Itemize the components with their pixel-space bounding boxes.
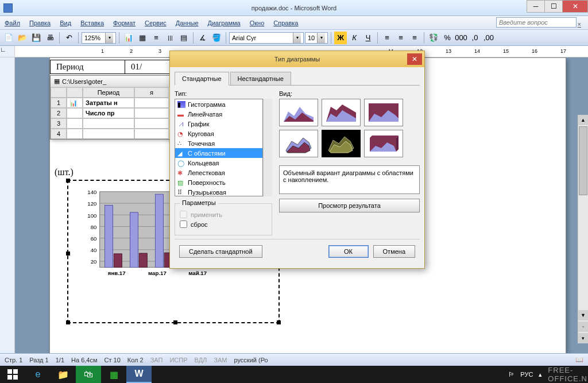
app-icon [3, 3, 13, 13]
tray-up-icon[interactable]: ▴ [539, 371, 542, 378]
taskbar-sheets-icon[interactable]: ▦ [101, 366, 126, 383]
comma-icon[interactable]: 000 [455, 32, 467, 44]
set-default-button[interactable]: Сделать стандартной [179, 245, 262, 258]
font-combo[interactable]: Arial Cyr▾ [229, 32, 304, 44]
menu-bar: Файл Правка Вид Вставка Формат Сервис Да… [0, 16, 588, 30]
align-center-icon[interactable]: ≡ [394, 32, 407, 44]
chart-type-list[interactable]: ▮Гистограмма ▬Линейчатая ⩘График ◔Кругов… [175, 99, 263, 196]
menu-edit[interactable]: Правка [25, 18, 55, 28]
tray-flag-icon[interactable]: 🏳 [508, 371, 514, 378]
params-legend: Параметры [180, 199, 218, 206]
currency-icon[interactable]: 💱 [427, 32, 440, 44]
tray-lang[interactable]: РУС [520, 371, 533, 378]
menu-view[interactable]: Вид [55, 18, 76, 28]
taskbar-word-icon[interactable]: W [126, 366, 152, 383]
subtype-item[interactable] [364, 99, 403, 126]
zoom-combo[interactable]: 125%▾ [82, 32, 116, 44]
bold-button[interactable]: Ж [334, 32, 347, 44]
type-item-selected: ◢С областями [175, 148, 262, 158]
subtype-grid [279, 99, 420, 157]
tab-custom[interactable]: Нестандартные [230, 72, 291, 86]
dec-decimal-icon[interactable]: ,00 [482, 32, 495, 44]
align-right-icon[interactable]: ≡ [408, 32, 421, 44]
close-help-icon[interactable]: × [573, 19, 586, 29]
menu-file[interactable]: Файл [0, 18, 25, 28]
new-doc-icon[interactable]: 📄 [2, 32, 15, 44]
view-label: Вид: [279, 90, 420, 97]
vertical-ruler[interactable] [0, 57, 15, 356]
scroll-thumb[interactable] [579, 126, 587, 195]
status-ovr[interactable]: ЗАМ [214, 357, 227, 363]
status-lang[interactable]: русский (Ро [234, 357, 268, 363]
chart-type-dialog: Тип диаграммы ✕ Стандартные Нестандартны… [169, 51, 425, 269]
type-item: ▬Линейчатая [175, 109, 262, 119]
preview-button[interactable]: Просмотр результата [279, 199, 420, 212]
menu-help[interactable]: Справка [269, 18, 303, 28]
undo-icon[interactable]: ↶ [63, 32, 75, 44]
period-label: Период [51, 60, 125, 74]
italic-button[interactable]: К [348, 32, 361, 44]
cancel-button[interactable]: Отмена [373, 245, 415, 258]
inc-decimal-icon[interactable]: ,0 [469, 32, 481, 44]
menu-chart[interactable]: Диаграмма [203, 18, 245, 28]
subtype-item[interactable] [322, 99, 361, 126]
scroll-down-icon[interactable]: ▼ [578, 310, 588, 320]
svg-rect-44 [7, 375, 12, 380]
type-item: ⩘График [175, 119, 262, 129]
subtype-item-selected[interactable] [322, 130, 361, 157]
font-size-combo[interactable]: 10▾ [305, 32, 328, 44]
next-page-icon[interactable]: ▾ [578, 333, 588, 343]
save-icon[interactable]: 💾 [30, 32, 42, 44]
standard-toolbar: 📄 📂 💾 🖶 ↶ 125%▾ 📊 ▦ ≡ ⫼ ▤ ∡ 🪣 Arial Cyr▾… [0, 30, 588, 46]
dialog-titlebar[interactable]: Тип диаграммы ✕ [170, 51, 424, 67]
help-search-input[interactable] [496, 17, 577, 28]
align-left-icon[interactable]: ≡ [381, 32, 393, 44]
percent-icon[interactable]: % [441, 32, 454, 44]
status-ext[interactable]: ВДЛ [195, 357, 207, 363]
status-book-icon[interactable]: 📖 [575, 356, 583, 363]
unit-label: (шт.) [55, 167, 74, 177]
by-col-icon[interactable]: ⫼ [164, 32, 176, 44]
subtype-item[interactable] [364, 130, 403, 157]
svg-marker-38 [370, 136, 399, 138]
svg-text:120: 120 [87, 200, 96, 207]
angle-icon[interactable]: ∡ [196, 32, 209, 44]
subtype-item[interactable] [279, 130, 318, 157]
taskbar-store-icon[interactable]: 🛍 [76, 366, 101, 383]
menu-insert[interactable]: Вставка [76, 18, 109, 28]
scroll-up-icon[interactable]: ▲ [578, 115, 588, 125]
print-icon[interactable]: 🖶 [44, 32, 56, 44]
start-button[interactable] [0, 366, 25, 383]
system-tray[interactable]: 🏳 РУС ▴ FREE-OFFICE.NET 13:23 30.08.2017 [559, 366, 585, 383]
table-icon[interactable]: ▤ [177, 32, 190, 44]
taskbar-ie-icon[interactable]: e [25, 366, 51, 383]
status-rec[interactable]: ЗАП [150, 357, 163, 363]
by-row-icon[interactable]: ≡ [150, 32, 163, 44]
underline-button[interactable]: Ч [362, 32, 374, 44]
chart-type-icon[interactable]: 📊 [122, 32, 135, 44]
svg-rect-15 [114, 254, 122, 268]
subtype-item[interactable] [279, 99, 318, 126]
prev-page-icon[interactable]: ◦ [578, 322, 588, 332]
taskbar-explorer-icon[interactable]: 📁 [51, 366, 76, 383]
menu-tools[interactable]: Сервис [140, 18, 171, 28]
menu-data[interactable]: Данные [171, 18, 203, 28]
menu-window[interactable]: Окно [245, 18, 269, 28]
dialog-tabs: Стандартные Нестандартные [175, 72, 420, 86]
tab-standard[interactable]: Стандартные [175, 72, 229, 86]
reset-checkbox[interactable] [180, 220, 187, 228]
ok-button[interactable]: ОК [328, 245, 369, 258]
maximize-button[interactable]: ☐ [544, 0, 563, 13]
svg-text:100: 100 [87, 212, 96, 219]
fill-icon[interactable]: 🪣 [210, 32, 223, 44]
type-list-scrollbar[interactable] [263, 99, 272, 196]
data-table-icon[interactable]: ▦ [136, 32, 149, 44]
dialog-close-button[interactable]: ✕ [407, 53, 422, 65]
open-icon[interactable]: 📂 [16, 32, 29, 44]
close-button[interactable]: ✕ [562, 0, 588, 13]
status-position: На 6,4см [71, 357, 97, 363]
vertical-scrollbar[interactable]: ▲ ▼ ◦ ▾ [578, 115, 588, 343]
menu-format[interactable]: Формат [109, 18, 140, 28]
minimize-button[interactable]: ─ [527, 0, 545, 13]
status-trk[interactable]: ИСПР [169, 357, 187, 363]
